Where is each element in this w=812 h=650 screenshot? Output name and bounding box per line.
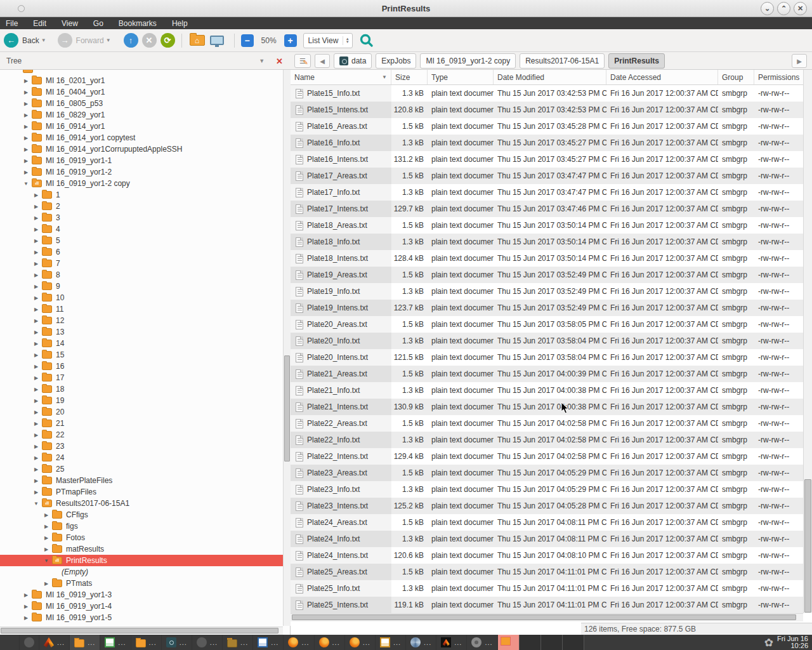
file-row-plate22-areas-txt[interactable]: Plate22_Areas.txt1.5 kBplain text docume… [291,415,803,432]
tree-item-ptmapfiles[interactable]: ▶PTmapFiles [0,486,283,498]
tree-item-2[interactable]: ▶2 [0,201,283,212]
path-button-expjobs[interactable]: ExpJobs [376,53,416,69]
tree-expander-icon[interactable]: ▶ [32,307,41,312]
tree-expander-icon[interactable]: ▶ [32,387,41,392]
minimize-button[interactable]: ⌄ [761,2,774,15]
file-row-plate16-info-txt[interactable]: Plate16_Info.txt1.3 kBplain text documen… [291,135,803,151]
path-button-printresults[interactable]: PrintResults [608,53,665,69]
tree-expander-icon[interactable]: ▶ [22,101,30,107]
edit-location-button[interactable]: ☰✎ [294,54,311,68]
forward-dropdown-icon[interactable]: ▼ [106,37,111,43]
tree-item-mi-16-0919-yor1-2[interactable]: ▶MI 16_0919_yor1-2 [0,166,283,178]
tree-expander-icon[interactable]: ▶ [32,432,41,438]
tree-expander-icon[interactable]: ▶ [32,489,41,495]
tree-expander-icon[interactable]: ▶ [32,204,41,209]
tree-expander-icon[interactable]: ▶ [32,318,41,324]
tree-item-mi-16-0919-yor1-4[interactable]: ▶MI 16_0919_yor1-4 [0,600,283,612]
tree-expander-icon[interactable]: ▶ [22,169,30,175]
column-header-permissions[interactable]: Permissions [754,70,803,84]
tree-expander-icon[interactable]: ▶ [32,409,41,415]
tree-expander-icon[interactable]: ▶ [22,147,30,152]
tree-item-5[interactable]: ▶5 [0,235,283,246]
list-vscroll-thumb[interactable] [804,479,811,613]
file-row-plate17-areas-txt[interactable]: Plate17_Areas.txt1.5 kBplain text docume… [291,168,803,184]
tree-item-masterplatefiles[interactable]: ▶MasterPlateFiles [0,475,283,486]
tree-item-mi-16-0829-yor1[interactable]: ▶MI 16_0829_yor1 [0,109,283,121]
tree-item-3[interactable]: ▶3 [0,212,283,223]
tree-expander-icon[interactable]: ▶ [32,455,41,461]
tree-item-mi-16-0919-yor1-2-copy[interactable]: ▼MI 16_0919_yor1-2 copy [0,178,283,189]
column-header-size[interactable]: Size [391,70,428,84]
maximize-button[interactable]: ⌃ [777,2,790,15]
tree-item-17[interactable]: ▶17 [0,372,283,383]
tree-expander-icon[interactable]: ▶ [22,615,30,621]
path-button-mi-copy[interactable]: MI 16_0919_yor1-2 copy [420,53,516,69]
tree-item-1[interactable]: ▶1 [0,189,283,201]
column-header-modified[interactable]: Date Modified [494,70,606,84]
window-menu-icon[interactable] [18,5,25,12]
tree-item-mi-16-0805-p53[interactable]: ▶MI 16_0805_p53 [0,98,283,109]
taskbar-window-4[interactable]: ... [162,635,192,650]
tree-expander-icon[interactable]: ▶ [22,158,30,164]
view-mode-spinner-icon[interactable]: ▲▼ [343,36,352,45]
tree-item-15[interactable]: ▶15 [0,349,283,361]
tree-item-printresults[interactable]: ▼PrintResults [0,555,283,566]
tree-expander-icon[interactable]: ▶ [42,512,51,518]
tree-item-mi-16-0914-yor1corrupuptedapplessh[interactable]: ▶MI 16_0914_yor1CorrupuptedAppleSSH [0,143,283,155]
tree-item-11[interactable]: ▶11 [0,303,283,315]
tree-vscroll-thumb[interactable] [284,355,290,461]
tree-expander-icon[interactable]: ▶ [42,524,51,529]
tree-item-16[interactable]: ▶16 [0,361,283,372]
tree-item-results2017-06-15a1[interactable]: ▼Results2017-06-15A1 [0,498,283,509]
tree-expander-icon[interactable]: ▶ [22,112,30,118]
launcher-terminal-icon[interactable] [20,635,39,650]
file-row-plate18-info-txt[interactable]: Plate18_Info.txt1.3 kBplain text documen… [291,234,803,250]
file-row-plate25-areas-txt[interactable]: Plate25_Areas.txt1.5 kBplain text docume… [291,564,803,580]
search-icon[interactable] [359,33,374,48]
tree-expander-icon[interactable]: ▶ [22,604,30,609]
list-vertical-scrollbar[interactable] [803,70,812,613]
tree-expander-icon[interactable]: ▶ [22,90,30,95]
tree-expander-icon[interactable]: ▶ [32,272,41,278]
menu-file[interactable]: File [6,19,18,28]
tree-hscroll-thumb[interactable] [1,628,278,633]
tree-item-19[interactable]: ▶19 [0,395,283,406]
tree-item-9[interactable]: ▶9 [0,281,283,292]
column-header-type[interactable]: Type [428,70,494,84]
file-row-plate17-intens-txt[interactable]: Plate17_Intens.txt129.7 kBplain text doc… [291,201,803,217]
tree-expander-icon[interactable]: ▶ [42,547,51,552]
file-row-plate20-info-txt[interactable]: Plate20_Info.txt1.3 kBplain text documen… [291,333,803,349]
tree-item-mi-16-0201-yor1[interactable]: ▶MI 16_0201_yor1 [0,75,283,86]
tree-expander-icon[interactable]: ▶ [32,192,41,198]
close-button[interactable]: ✕ [794,2,807,15]
tree-item-mi-16-0404-yor1[interactable]: ▶MI 16_0404_yor1 [0,86,283,98]
tree-expander-icon[interactable]: ▶ [22,592,30,598]
taskbar-window-13[interactable]: ... [436,635,467,650]
file-row-plate25-intens-txt[interactable]: Plate25_Intens.txt119.1 kBplain text doc… [291,597,803,613]
taskbar-window-14[interactable]: ... [467,635,497,650]
clock[interactable]: Fri Jun 16 10:26 [777,635,808,649]
tree-item-13[interactable]: ▶13 [0,326,283,338]
tree-item-mi-16-0919-yor1-3[interactable]: ▶MI 16_0919_yor1-3 [0,589,283,600]
tree-item-mi-16-0919-yor1-5[interactable]: ▶MI 16_0919_yor1-5 [0,612,283,623]
workspace-3[interactable] [541,635,563,650]
tree-item-mi-16-0914-yor1-copytest[interactable]: ▶MI 16_0914_yor1 copytest [0,132,283,143]
tree-item-ptmats[interactable]: ▶PTmats [0,578,283,589]
tree-expander-icon[interactable]: ▶ [22,124,30,129]
file-row-plate21-info-txt[interactable]: Plate21_Info.txt1.3 kBplain text documen… [291,382,803,399]
file-row-plate17-info-txt[interactable]: Plate17_Info.txt1.3 kBplain text documen… [291,184,803,201]
tree-expander-icon[interactable]: ▶ [32,478,41,484]
tree-expander-icon[interactable]: ▶ [32,398,41,404]
taskbar-window-8[interactable]: ... [284,635,314,650]
file-row-plate22-info-txt[interactable]: Plate22_Info.txt1.3 kBplain text documen… [291,432,803,448]
file-row-plate23-intens-txt[interactable]: Plate23_Intens.txt125.2 kBplain text doc… [291,498,803,514]
zoom-in-icon[interactable]: + [284,34,297,47]
workspace-2[interactable] [520,635,541,650]
tree-item-4[interactable]: ▶4 [0,223,283,235]
taskbar-window-2[interactable]: ... [100,635,131,650]
tree-item-8[interactable]: ▶8 [0,269,283,281]
list-horizontal-scrollbar[interactable] [291,613,803,621]
tree-vertical-scrollbar[interactable] [283,70,291,626]
menu-view[interactable]: View [62,19,78,28]
path-button-data[interactable]: data [334,53,372,69]
